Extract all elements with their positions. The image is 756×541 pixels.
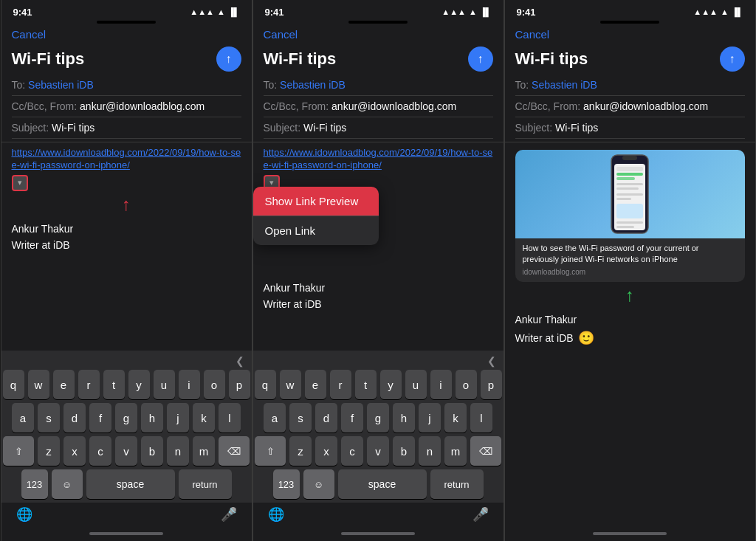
status-time-2: 9:41: [265, 7, 284, 18]
key-d-2[interactable]: d: [315, 403, 337, 433]
key-emoji-2[interactable]: ☺: [303, 469, 334, 499]
key-o-2[interactable]: o: [456, 370, 477, 399]
open-link-item[interactable]: Open Link: [253, 216, 379, 245]
keyboard-collapse-btn-2[interactable]: ❮: [487, 355, 496, 367]
show-link-preview-label: Show Link Preview: [265, 195, 359, 207]
signature-2: Ankur Thakur Writer at iDB: [264, 280, 493, 313]
key-m[interactable]: m: [193, 436, 215, 466]
key-h[interactable]: h: [141, 403, 163, 433]
key-r[interactable]: r: [78, 370, 100, 399]
key-return-2[interactable]: return: [430, 469, 484, 499]
cancel-button-1[interactable]: Cancel: [12, 28, 47, 41]
link-dropdown-btn-1[interactable]: ▾: [12, 175, 28, 191]
link-text-1[interactable]: https://www.idownloadblog.com/2022/09/19…: [12, 147, 241, 172]
globe-icon-2[interactable]: 🌐: [268, 506, 284, 523]
key-l-2[interactable]: l: [470, 403, 492, 433]
key-u[interactable]: u: [154, 370, 175, 399]
key-s-2[interactable]: s: [289, 403, 312, 433]
keyboard-collapse-btn-1[interactable]: ❮: [236, 355, 244, 367]
cancel-button-3[interactable]: Cancel: [515, 28, 550, 41]
key-k[interactable]: k: [193, 403, 215, 433]
key-y-2[interactable]: y: [380, 370, 402, 399]
key-backspace[interactable]: ⌫: [219, 436, 250, 466]
show-link-preview-item[interactable]: Show Link Preview: [253, 187, 379, 216]
key-shift-2[interactable]: ⇧: [255, 436, 286, 466]
email-body-2: https://www.idownloadblog.com/2022/09/19…: [253, 142, 504, 351]
link-container-1: https://www.idownloadblog.com/2022/09/19…: [12, 147, 241, 191]
key-u-2[interactable]: u: [405, 370, 427, 399]
key-g[interactable]: g: [115, 403, 137, 433]
key-a-2[interactable]: a: [264, 403, 286, 433]
to-value-3[interactable]: Sebastien iDB: [532, 79, 597, 91]
key-x[interactable]: x: [63, 436, 86, 466]
to-value-2[interactable]: Sebastien iDB: [280, 79, 346, 91]
mic-icon-1[interactable]: 🎤: [221, 506, 237, 523]
send-button-2[interactable]: ↑: [468, 46, 493, 72]
send-button-1[interactable]: ↑: [216, 46, 241, 72]
key-num[interactable]: 123: [21, 469, 48, 499]
key-c-2[interactable]: c: [341, 436, 363, 466]
key-w-2[interactable]: w: [280, 370, 301, 399]
key-d[interactable]: d: [63, 403, 86, 433]
key-w[interactable]: w: [28, 370, 49, 399]
key-p[interactable]: p: [229, 370, 250, 399]
key-e-2[interactable]: e: [305, 370, 326, 399]
key-v-2[interactable]: v: [367, 436, 389, 466]
key-v[interactable]: v: [115, 436, 137, 466]
status-bar-2: 9:41 ▲▲▲ ▲ ▐▌: [253, 0, 504, 21]
key-j-2[interactable]: j: [419, 403, 441, 433]
key-num-2[interactable]: 123: [273, 469, 300, 499]
key-p-2[interactable]: p: [481, 370, 502, 399]
key-space-2[interactable]: space: [338, 469, 427, 499]
key-backspace-2[interactable]: ⌫: [470, 436, 501, 466]
key-k-2[interactable]: k: [444, 403, 467, 433]
key-i-2[interactable]: i: [430, 370, 452, 399]
svg-rect-6: [616, 183, 643, 185]
email-subject-1: Wi-Fi tips: [12, 49, 85, 69]
key-b-2[interactable]: b: [393, 436, 415, 466]
key-j[interactable]: j: [167, 403, 189, 433]
key-h-2[interactable]: h: [393, 403, 415, 433]
key-e[interactable]: e: [53, 370, 75, 399]
key-return[interactable]: return: [179, 469, 232, 499]
cancel-button-2[interactable]: Cancel: [264, 28, 298, 41]
send-button-3[interactable]: ↑: [720, 46, 745, 72]
home-indicator-1: [89, 532, 163, 535]
key-o[interactable]: o: [204, 370, 225, 399]
key-f-2[interactable]: f: [341, 403, 363, 433]
key-z-2[interactable]: z: [289, 436, 312, 466]
key-z[interactable]: z: [38, 436, 60, 466]
mic-icon-2[interactable]: 🎤: [472, 506, 489, 523]
wifi-icon-3: ▲: [721, 7, 729, 16]
key-c[interactable]: c: [89, 436, 111, 466]
key-q-2[interactable]: q: [255, 370, 276, 399]
key-b[interactable]: b: [141, 436, 163, 466]
key-a[interactable]: a: [12, 403, 34, 433]
key-n-2[interactable]: n: [419, 436, 441, 466]
cc-value-1: ankur@idownloadblog.com: [80, 100, 205, 112]
key-x-2[interactable]: x: [315, 436, 337, 466]
email-subject-3: Wi-Fi tips: [515, 49, 588, 69]
link-text-2[interactable]: https://www.idownloadblog.com/2022/09/19…: [264, 147, 493, 172]
wifi-icon: ▲: [217, 7, 225, 16]
key-emoji[interactable]: ☺: [52, 469, 83, 499]
key-s[interactable]: s: [38, 403, 60, 433]
key-shift[interactable]: ⇧: [3, 436, 34, 466]
key-q[interactable]: q: [3, 370, 24, 399]
key-n[interactable]: n: [167, 436, 189, 466]
keyboard-1: ❮ q w e r t y u i o p a s d f g h j k l …: [1, 351, 252, 503]
to-value-1[interactable]: Sebastien iDB: [28, 79, 94, 91]
status-icons-2: ▲▲▲ ▲ ▐▌: [441, 7, 491, 16]
key-t[interactable]: t: [103, 370, 125, 399]
key-m-2[interactable]: m: [444, 436, 467, 466]
key-g-2[interactable]: g: [367, 403, 389, 433]
key-f[interactable]: f: [89, 403, 111, 433]
svg-rect-4: [616, 173, 643, 176]
key-t-2[interactable]: t: [355, 370, 377, 399]
globe-icon-1[interactable]: 🌐: [16, 506, 32, 523]
key-i[interactable]: i: [179, 370, 200, 399]
key-l[interactable]: l: [219, 403, 241, 433]
key-space[interactable]: space: [86, 469, 175, 499]
key-r-2[interactable]: r: [330, 370, 351, 399]
key-y[interactable]: y: [128, 370, 150, 399]
